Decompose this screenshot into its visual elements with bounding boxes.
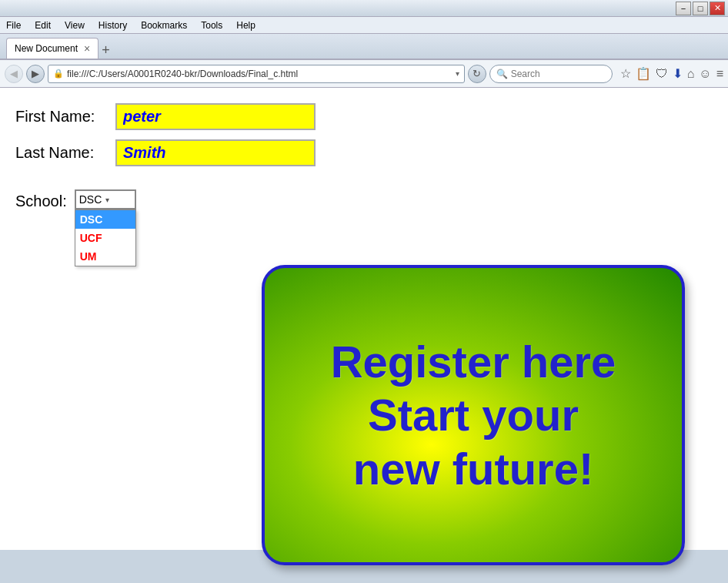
school-section: School: DSC ▾ DSC UCF UM	[15, 189, 713, 210]
register-line2: Start your	[331, 388, 616, 442]
address-bar: ◀ ▶ 🔒 file:///C:/Users/A0001R0240-bkr/Do…	[0, 60, 728, 88]
window-controls: − □ ✕	[676, 2, 725, 15]
school-option-dsc[interactable]: DSC	[75, 210, 135, 229]
search-box[interactable]: 🔍	[489, 65, 613, 83]
first-name-input[interactable]	[115, 103, 316, 130]
menu-bookmarks[interactable]: Bookmarks	[138, 18, 190, 32]
school-selected-value: DSC	[79, 193, 105, 206]
page-content: First Name: Last Name: School: DSC ▾ DSC…	[0, 88, 728, 550]
school-label: School:	[15, 189, 67, 210]
register-line3: new future!	[331, 442, 616, 496]
form-section: First Name: Last Name:	[15, 103, 713, 166]
back-button[interactable]: ◀	[5, 65, 23, 83]
smiley-icon[interactable]: ☺	[699, 67, 711, 81]
title-bar: − □ ✕	[0, 0, 728, 17]
url-bar[interactable]: 🔒 file:///C:/Users/A0001R0240-bkr/Downlo…	[48, 65, 465, 83]
shield-icon[interactable]: 🛡	[656, 67, 668, 81]
url-dropdown-arrow[interactable]: ▾	[456, 69, 459, 78]
menu-tools[interactable]: Tools	[198, 18, 225, 32]
menu-edit[interactable]: Edit	[32, 18, 54, 32]
toolbar-icons: ☆ 📋 🛡 ⬇ ⌂ ☺ ≡	[620, 66, 723, 81]
url-text: file:///C:/Users/A0001R0240-bkr/Download…	[67, 69, 452, 79]
first-name-label: First Name:	[15, 108, 115, 126]
last-name-row: Last Name:	[15, 139, 713, 166]
school-option-um[interactable]: UM	[75, 247, 135, 266]
search-icon: 🔍	[496, 69, 508, 79]
download-icon[interactable]: ⬇	[673, 66, 683, 81]
school-dropdown-list: DSC UCF UM	[75, 209, 136, 266]
reload-button[interactable]: ↻	[468, 65, 486, 83]
register-text: Register here Start your new future!	[331, 335, 616, 496]
school-option-ucf[interactable]: UCF	[75, 229, 135, 247]
menu-history[interactable]: History	[95, 18, 130, 32]
menu-bar: File Edit View History Bookmarks Tools H…	[0, 17, 728, 34]
tab-label: New Document	[15, 43, 78, 54]
last-name-input[interactable]	[115, 139, 316, 166]
url-lock-icon: 🔒	[53, 69, 64, 79]
clipboard-icon[interactable]: 📋	[636, 66, 651, 81]
tab-bar: New Document × +	[0, 34, 728, 60]
menu-file[interactable]: File	[3, 18, 24, 32]
menu-view[interactable]: View	[62, 18, 88, 32]
bookmark-star-icon[interactable]: ☆	[620, 66, 631, 81]
first-name-row: First Name:	[15, 103, 713, 130]
home-icon[interactable]: ⌂	[687, 67, 695, 81]
school-select[interactable]: DSC ▾	[75, 189, 136, 209]
menu-help[interactable]: Help	[233, 18, 259, 32]
dropdown-arrow-icon: ▾	[105, 196, 132, 204]
register-box: Register here Start your new future!	[262, 265, 685, 565]
menu-icon[interactable]: ≡	[716, 67, 723, 81]
new-tab-button[interactable]: +	[102, 42, 110, 59]
tab-new-document[interactable]: New Document ×	[6, 38, 99, 59]
tab-close-button[interactable]: ×	[84, 42, 90, 55]
school-dropdown-wrapper: DSC ▾ DSC UCF UM	[75, 189, 136, 209]
forward-button[interactable]: ▶	[26, 65, 45, 83]
register-line1: Register here	[331, 335, 616, 389]
minimize-button[interactable]: −	[676, 2, 691, 15]
search-input[interactable]	[511, 69, 596, 79]
close-button[interactable]: ✕	[710, 2, 725, 15]
maximize-button[interactable]: □	[693, 2, 708, 15]
last-name-label: Last Name:	[15, 144, 115, 162]
